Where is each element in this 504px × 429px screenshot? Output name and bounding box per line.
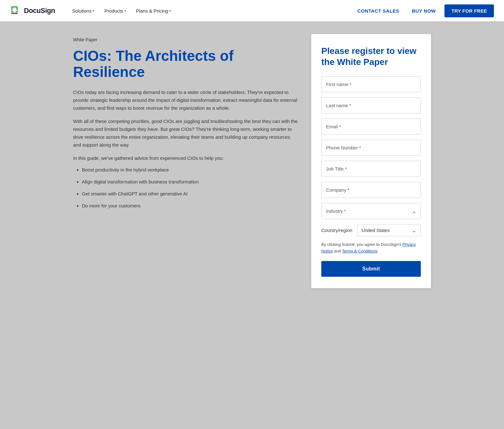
job-title-input[interactable] <box>321 161 421 177</box>
company-input[interactable] <box>321 182 421 198</box>
try-for-free-button[interactable]: TRY FOR FREE <box>444 4 494 17</box>
legal-text: By clicking Submit, you agree to DocuSig… <box>321 241 421 255</box>
navigation: DocuSign Solutions ▾ Products ▾ Plans & … <box>0 0 504 21</box>
solutions-chevron-icon: ▾ <box>93 9 94 13</box>
nav-links: Solutions ▾ Products ▾ Plans & Pricing ▾ <box>68 6 354 16</box>
first-name-field <box>321 76 421 92</box>
phone-field <box>321 140 421 156</box>
job-title-field <box>321 161 421 177</box>
logo-text: DocuSign <box>24 7 55 15</box>
nav-products[interactable]: Products ▾ <box>100 6 130 16</box>
nav-actions: CONTACT SALES BUY NOW TRY FOR FREE <box>354 4 494 17</box>
docusign-logo-icon <box>10 5 21 16</box>
country-select-wrapper: United States Canada United Kingdom Aust… <box>357 224 421 236</box>
company-field <box>321 182 421 198</box>
phone-input[interactable] <box>321 140 421 156</box>
list-item: Align digital transformation with busine… <box>82 178 299 186</box>
article-paragraph-1: CIOs today are facing increasing demand … <box>73 89 299 112</box>
form-title: Please register to view the White Paper <box>321 45 421 67</box>
country-label: Country/region <box>321 228 352 233</box>
plans-chevron-icon: ▾ <box>169 9 171 13</box>
nav-plans-pricing[interactable]: Plans & Pricing ▾ <box>132 6 175 16</box>
article-bullet-list: Boost productivity in the hybrid workpla… <box>73 166 299 210</box>
article-paragraph-2: With all of these competing priorities, … <box>73 118 299 149</box>
country-row: Country/region United States Canada Unit… <box>321 224 421 236</box>
last-name-field <box>321 97 421 113</box>
country-select[interactable]: United States Canada United Kingdom Aust… <box>357 224 421 236</box>
industry-field: Industry * Technology Finance Healthcare… <box>321 203 421 219</box>
products-chevron-icon: ▾ <box>124 9 126 13</box>
industry-select-wrapper: Industry * Technology Finance Healthcare… <box>321 203 421 219</box>
article-title: CIOs: The Architects of Resilience <box>73 48 299 80</box>
article-section: White Paper CIOs: The Architects of Resi… <box>73 34 299 210</box>
first-name-input[interactable] <box>321 76 421 92</box>
main-content: White Paper CIOs: The Architects of Resi… <box>63 21 441 301</box>
contact-sales-button[interactable]: CONTACT SALES <box>354 6 403 16</box>
submit-button[interactable]: Submit <box>321 261 421 277</box>
buy-now-button[interactable]: BUY NOW <box>408 6 439 16</box>
list-item: Boost productivity in the hybrid workpla… <box>82 166 299 174</box>
section-label: White Paper <box>73 37 299 42</box>
registration-form-panel: Please register to view the White Paper … <box>311 34 431 288</box>
list-item: Do more for your customers <box>82 202 299 210</box>
industry-select[interactable]: Industry * Technology Finance Healthcare… <box>321 203 421 219</box>
terms-conditions-link[interactable]: Terms & Conditions <box>342 249 378 253</box>
email-input[interactable] <box>321 119 421 135</box>
logo[interactable]: DocuSign <box>10 5 55 16</box>
last-name-input[interactable] <box>321 97 421 113</box>
nav-solutions[interactable]: Solutions ▾ <box>68 6 99 16</box>
list-item: Get smarter with ChatGPT and other gener… <box>82 190 299 198</box>
email-field <box>321 119 421 135</box>
article-list-intro: In this guide, we've gathered advice fro… <box>73 154 299 162</box>
